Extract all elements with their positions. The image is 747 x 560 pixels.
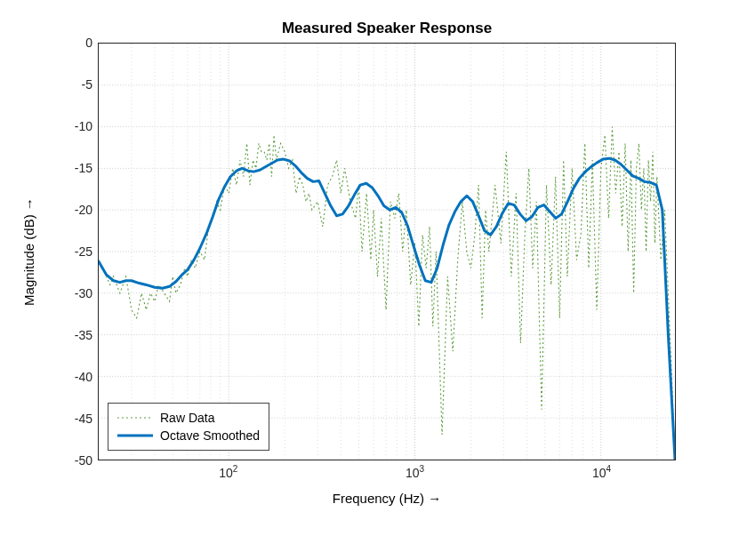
y-tick-label: -20	[75, 203, 92, 217]
legend-entry-smoothed: Octave Smoothed	[117, 427, 260, 444]
chart-figure: Measured Speaker Response Raw Data Octav…	[0, 0, 747, 560]
y-tick-label: 0	[85, 36, 92, 50]
x-tick-label: 104	[592, 464, 611, 480]
plot-svg	[99, 44, 675, 460]
y-tick-label: -5	[82, 77, 92, 92]
plot-axes: Raw Data Octave Smoothed	[98, 43, 676, 460]
x-tick-label: 103	[406, 464, 424, 480]
y-tick-label: -50	[75, 453, 92, 468]
y-tick-label: -10	[75, 119, 92, 133]
y-tick-label: -25	[75, 244, 92, 259]
y-tick-label: -15	[75, 161, 92, 175]
y-tick-label: -35	[75, 328, 92, 342]
legend-swatch-smoothed	[117, 429, 153, 442]
x-tick-label: 102	[219, 464, 237, 480]
y-tick-label: -40	[75, 370, 92, 384]
legend-entry-raw: Raw Data	[117, 409, 260, 427]
legend: Raw Data Octave Smoothed	[108, 403, 269, 451]
legend-label-raw: Raw Data	[160, 411, 214, 425]
chart-title: Measured Speaker Response	[98, 20, 676, 37]
y-axis-label: Magnitude (dB) →	[21, 43, 39, 460]
legend-swatch-raw	[117, 412, 153, 424]
legend-label-smoothed: Octave Smoothed	[160, 428, 260, 443]
x-axis-label: Frequency (Hz) →	[98, 491, 676, 506]
y-tick-label: -30	[75, 286, 92, 300]
y-tick-label: -45	[75, 412, 92, 426]
